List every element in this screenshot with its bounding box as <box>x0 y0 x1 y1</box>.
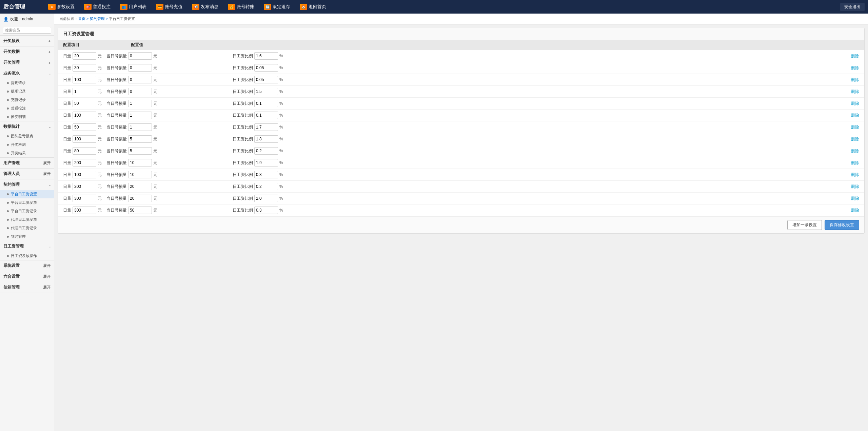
delete-link[interactable]: 删除 <box>851 172 859 178</box>
sidebar-section-header[interactable]: 系统设置展开 <box>0 260 54 271</box>
sidebar-section-header[interactable]: 开奖管理+ <box>0 57 54 68</box>
sidebar-item[interactable]: 团队盈亏报表 <box>0 132 54 140</box>
ratio-input[interactable] <box>254 76 278 83</box>
delete-link[interactable]: 删除 <box>851 160 859 166</box>
loss-input[interactable] <box>128 123 152 131</box>
daily-input[interactable] <box>73 64 96 72</box>
sidebar-section-header[interactable]: 开奖预设+ <box>0 36 54 46</box>
loss-input[interactable] <box>128 195 152 202</box>
daily-input[interactable] <box>73 135 96 143</box>
sidebar-section-header[interactable]: 开奖数据+ <box>0 46 54 57</box>
sidebar-item[interactable]: 提现请求 <box>0 79 54 87</box>
loss-input[interactable] <box>128 64 152 72</box>
sidebar-item[interactable]: 普通投注 <box>0 104 54 113</box>
ratio-input[interactable] <box>254 135 278 143</box>
delete-link[interactable]: 删除 <box>851 89 859 95</box>
sidebar-item[interactable]: 平台日工资设置 <box>0 190 54 198</box>
daily-input[interactable] <box>73 52 96 60</box>
sidebar-item[interactable]: 代理日工资记录 <box>0 224 54 232</box>
nav-item-普通投注[interactable]: 🎯普通投注 <box>80 2 115 11</box>
sidebar-section-header[interactable]: 信箱管理展开 <box>0 282 54 293</box>
sidebar-section-header[interactable]: 六合设置展开 <box>0 271 54 282</box>
ratio-input[interactable] <box>254 183 278 190</box>
sidebar-item[interactable]: 提现记录 <box>0 87 54 96</box>
sidebar-section-header[interactable]: 用户管理展开 <box>0 158 54 168</box>
ratio-input[interactable] <box>254 100 278 107</box>
sidebar-item[interactable]: 充值记录 <box>0 96 54 104</box>
loss-input[interactable] <box>128 52 152 60</box>
nav-item-滚定返存[interactable]: 🔄滚定返存 <box>260 2 294 11</box>
logout-button[interactable]: 安全退出 <box>840 3 865 11</box>
breadcrumb-current: 平台日工资设置 <box>109 17 135 21</box>
loss-input[interactable] <box>128 112 152 119</box>
loss-input[interactable] <box>128 183 152 190</box>
delete-link[interactable]: 删除 <box>851 124 859 130</box>
delete-link[interactable]: 删除 <box>851 184 859 190</box>
daily-input[interactable] <box>73 147 96 155</box>
ratio-input[interactable] <box>254 52 278 60</box>
search-input[interactable] <box>3 27 51 34</box>
loss-input[interactable] <box>128 207 152 214</box>
ratio-input[interactable] <box>254 112 278 119</box>
daily-input[interactable] <box>73 207 96 214</box>
nav-item-账号充值[interactable]: 💳账号充值 <box>152 2 186 11</box>
delete-link[interactable]: 删除 <box>851 136 859 142</box>
add-row-button[interactable]: 增加一条设置 <box>787 220 822 230</box>
daily-input[interactable] <box>73 76 96 83</box>
sidebar-section-header[interactable]: 契约管理- <box>0 179 54 190</box>
daily-input[interactable] <box>73 195 96 202</box>
delete-link[interactable]: 删除 <box>851 208 859 213</box>
nav-item-账号转账[interactable]: 💰账号转账 <box>224 2 258 11</box>
ratio-input[interactable] <box>254 195 278 202</box>
ratio-input[interactable] <box>254 171 278 178</box>
delete-link[interactable]: 删除 <box>851 53 859 59</box>
ratio-input[interactable] <box>254 123 278 131</box>
daily-input[interactable] <box>73 100 96 107</box>
sidebar-section-header[interactable]: 日工资管理- <box>0 241 54 252</box>
sidebar-item[interactable]: 签约管理 <box>0 232 54 241</box>
sidebar-item[interactable]: 帐变明细 <box>0 113 54 121</box>
daily-input[interactable] <box>73 159 96 166</box>
delete-link[interactable]: 删除 <box>851 77 859 83</box>
sidebar-item[interactable]: 开奖结果 <box>0 149 54 157</box>
loss-input[interactable] <box>128 88 152 95</box>
loss-input[interactable] <box>128 171 152 178</box>
ratio-input[interactable] <box>254 88 278 95</box>
breadcrumb-link[interactable]: 首页 <box>78 17 85 21</box>
ratio-input[interactable] <box>254 147 278 155</box>
loss-input[interactable] <box>128 76 152 83</box>
sidebar-item[interactable]: 开奖检测 <box>0 140 54 149</box>
sidebar-section-header[interactable]: 业务流水- <box>0 68 54 79</box>
row-actions: 删除 <box>851 124 859 130</box>
save-button[interactable]: 保存修改设置 <box>825 220 859 230</box>
sidebar-item[interactable]: 平台日工资发放 <box>0 198 54 207</box>
ratio-input[interactable] <box>254 64 278 72</box>
ratio-input[interactable] <box>254 207 278 214</box>
sidebar-item[interactable]: 平台日工资记录 <box>0 207 54 215</box>
sidebar-item[interactable]: 日工资发放操作 <box>0 252 54 260</box>
sidebar-item[interactable]: 代理日工资发放 <box>0 215 54 224</box>
delete-link[interactable]: 删除 <box>851 148 859 154</box>
daily-input[interactable] <box>73 112 96 119</box>
nav-item-发布消息[interactable]: 📢发布消息 <box>188 2 222 11</box>
delete-link[interactable]: 删除 <box>851 113 859 118</box>
delete-link[interactable]: 删除 <box>851 65 859 71</box>
loss-input[interactable] <box>128 147 152 155</box>
ratio-input[interactable] <box>254 159 278 166</box>
delete-link[interactable]: 删除 <box>851 101 859 106</box>
loss-input[interactable] <box>128 135 152 143</box>
daily-input[interactable] <box>73 183 96 190</box>
loss-input[interactable] <box>128 159 152 166</box>
sidebar-section-header[interactable]: 数据统计- <box>0 121 54 132</box>
daily-input[interactable] <box>73 123 96 131</box>
loss-input[interactable] <box>128 100 152 107</box>
nav-item-用户列表[interactable]: 👥用户列表 <box>116 2 151 11</box>
sidebar-section-header[interactable]: 管理人员展开 <box>0 169 54 179</box>
nav-item-参数设置[interactable]: ⚙参数设置 <box>44 2 79 11</box>
nav-item-返回首页[interactable]: 🏠返回首页 <box>296 2 330 11</box>
sidebar-item-label: 平台日工资记录 <box>11 209 37 214</box>
daily-input[interactable] <box>73 171 96 178</box>
daily-input[interactable] <box>73 88 96 95</box>
breadcrumb-link[interactable]: 契约管理 <box>90 17 105 21</box>
delete-link[interactable]: 删除 <box>851 196 859 201</box>
